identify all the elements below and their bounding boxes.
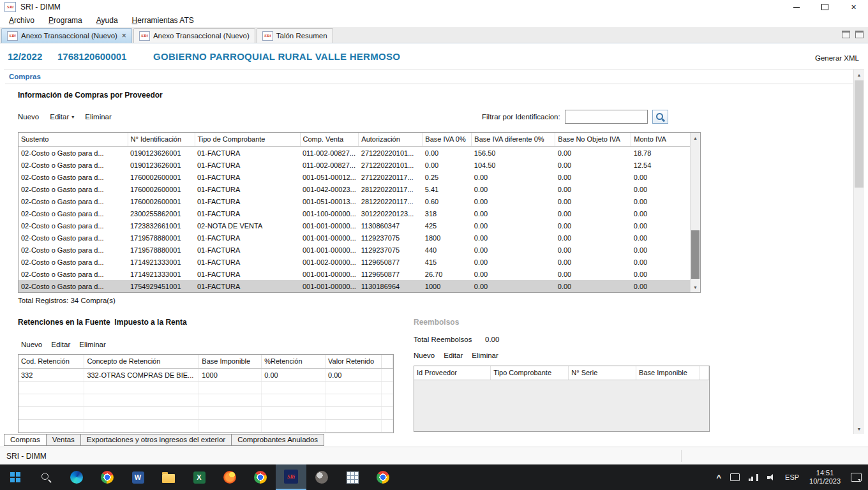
word-icon[interactable]: W <box>123 464 153 490</box>
column-header[interactable]: Tipo Comprobante <box>491 366 569 380</box>
chrome-icon[interactable] <box>245 464 276 490</box>
eliminar-button[interactable]: Eliminar <box>85 113 112 121</box>
nuevo-button[interactable]: Nuevo <box>414 352 435 359</box>
maximize-view-icon[interactable] <box>855 31 864 38</box>
table-row[interactable]: 02-Costo o Gasto para d...17600026000010… <box>19 183 698 195</box>
column-header[interactable]: Base IVA 0% <box>423 133 472 147</box>
column-header[interactable]: Base Imponible <box>636 366 700 380</box>
chrome-icon <box>101 471 114 484</box>
filter-input[interactable] <box>565 110 648 124</box>
table-row[interactable]: 02-Costo o Gasto para d...17195788800010… <box>19 244 698 256</box>
chrome-icon[interactable] <box>368 464 398 490</box>
scroll-down-icon[interactable]: ▼ <box>854 424 864 434</box>
tab-ventas[interactable]: Ventas <box>47 434 81 446</box>
column-header[interactable]: Sustento <box>19 133 128 147</box>
chevron-down-icon: ▾ <box>71 114 74 120</box>
menu-ayuda[interactable]: Ayuda <box>89 15 125 26</box>
column-header[interactable]: Valor Retenido <box>326 355 382 369</box>
column-header[interactable]: %Retención <box>262 355 326 369</box>
compras-table-container: SustentoN° IdentificaciónTipo de Comprob… <box>18 132 701 293</box>
column-header[interactable]: Autorización <box>359 133 423 147</box>
main-scrollbar[interactable]: ▲ ▼ <box>853 70 864 434</box>
scroll-up-icon[interactable]: ▲ <box>854 70 864 80</box>
notification-center-button[interactable] <box>846 464 868 490</box>
document-header: 12/2022 1768120600001 GOBIERNO PARROQUIA… <box>0 43 868 69</box>
scroll-thumb[interactable] <box>855 80 864 188</box>
compras-table-scrollbar[interactable]: ▲ ▼ <box>690 133 700 292</box>
maximize-button[interactable] <box>811 0 839 14</box>
minimize-view-icon[interactable] <box>842 31 850 38</box>
menu-herramientas-ats[interactable]: Herramientas ATS <box>125 15 201 26</box>
gimp-icon[interactable] <box>306 464 337 490</box>
search-icon[interactable] <box>31 464 61 490</box>
menu-archivo[interactable]: Archivo <box>2 15 41 26</box>
table-row[interactable]: 02-Costo o Gasto para d...17600026000010… <box>19 195 698 207</box>
column-header[interactable]: Tipo de Comprobante <box>195 133 300 147</box>
editar-label: Editar <box>444 352 463 359</box>
column-header[interactable]: Monto IVA <box>631 133 698 147</box>
start-button[interactable] <box>0 464 31 490</box>
volume-tray-button[interactable] <box>763 464 781 490</box>
column-header[interactable]: Concepto de Retención <box>84 355 199 369</box>
column-header[interactable]: Id Proveedor <box>414 366 491 380</box>
close-button[interactable]: × <box>839 0 868 14</box>
sri-dimm-icon[interactable]: SRi <box>276 464 306 490</box>
display-tray-button[interactable] <box>726 464 744 490</box>
table-row[interactable]: 02-Costo o Gasto para d...17195788800010… <box>19 232 698 244</box>
clock[interactable]: 14:51 10/1/2023 <box>804 464 846 490</box>
tab-compras[interactable]: Compras <box>4 434 47 446</box>
eliminar-button[interactable]: Eliminar <box>472 352 498 359</box>
nuevo-label: Nuevo <box>18 113 39 121</box>
spreadsheet-app-icon[interactable] <box>337 464 368 490</box>
editar-button[interactable]: Editar <box>51 341 70 348</box>
editar-button[interactable]: Editar▾ <box>50 113 74 121</box>
column-header[interactable]: N° Serie <box>569 366 636 380</box>
scroll-thumb[interactable] <box>691 230 700 279</box>
column-header[interactable]: N° Identificación <box>128 133 195 147</box>
table-row[interactable]: 332332-OTRAS COMPRAS DE BIE...10000.000.… <box>19 369 393 382</box>
eliminar-label: Eliminar <box>85 113 112 121</box>
column-header[interactable]: Comp. Venta <box>300 133 359 147</box>
nuevo-button[interactable]: Nuevo <box>21 341 42 348</box>
table-row[interactable]: 02-Costo o Gasto para d...17549294510010… <box>19 280 698 292</box>
sri-dimm-icon: SRi <box>284 470 298 484</box>
table-row[interactable]: 02-Costo o Gasto para d...17149213330010… <box>19 256 698 268</box>
chrome-icon[interactable] <box>92 464 123 490</box>
table-row[interactable]: 02-Costo o Gasto para d...23002558620010… <box>19 207 698 219</box>
eliminar-button[interactable]: Eliminar <box>79 341 106 348</box>
title-bar: SRi SRI - DIMM × <box>0 0 868 14</box>
column-header[interactable] <box>382 355 393 369</box>
minimize-button[interactable] <box>782 0 811 14</box>
tab-talon-resumen[interactable]: SRi Talón Resumen <box>257 28 333 43</box>
table-row[interactable]: 02-Costo o Gasto para d...01901236260010… <box>19 147 698 160</box>
firefox-icon[interactable] <box>214 464 245 490</box>
tab-anexo-transaccional-2[interactable]: SRi Anexo Transaccional (Nuevo) <box>133 28 255 43</box>
menu-programa[interactable]: Programa <box>41 15 89 26</box>
table-row[interactable]: 02-Costo o Gasto para d...17149213330010… <box>19 268 698 280</box>
column-header[interactable]: Base Imponible <box>199 355 262 369</box>
search-button[interactable] <box>652 110 668 124</box>
column-header[interactable]: Base No Objeto IVA <box>555 133 631 147</box>
column-header[interactable] <box>700 366 708 380</box>
language-indicator[interactable]: ESP <box>781 464 804 490</box>
scroll-down-icon[interactable]: ▼ <box>691 282 700 292</box>
table-row[interactable]: 02-Costo o Gasto para d...17238326610010… <box>19 219 698 232</box>
tab-anexo-transaccional-1[interactable]: SRi Anexo Transaccional (Nuevo) × <box>1 28 132 43</box>
edge-icon[interactable] <box>61 464 92 490</box>
generar-xml-button[interactable]: Generar XML <box>815 54 859 62</box>
column-header[interactable]: Base IVA diferente 0% <box>472 133 555 147</box>
tab-exportaciones[interactable]: Exportaciones y otros ingresos del exter… <box>81 434 232 446</box>
network-icon <box>749 474 758 481</box>
scroll-up-icon[interactable]: ▲ <box>691 133 700 143</box>
hidden-icons-chevron[interactable]: ^ <box>712 464 726 490</box>
table-row[interactable]: 02-Costo o Gasto para d...17600026000010… <box>19 171 698 183</box>
tab-comprobantes-anulados[interactable]: Comprobantes Anulados <box>232 434 324 446</box>
network-tray-button[interactable] <box>744 464 763 490</box>
excel-icon[interactable]: X <box>184 464 214 490</box>
nuevo-button[interactable]: Nuevo <box>18 113 39 121</box>
close-icon[interactable]: × <box>122 31 126 40</box>
table-row[interactable]: 02-Costo o Gasto para d...01901236260010… <box>19 159 698 171</box>
file-explorer-icon[interactable] <box>153 464 184 490</box>
editar-button[interactable]: Editar <box>444 352 463 359</box>
column-header[interactable]: Cod. Retención <box>19 355 84 369</box>
